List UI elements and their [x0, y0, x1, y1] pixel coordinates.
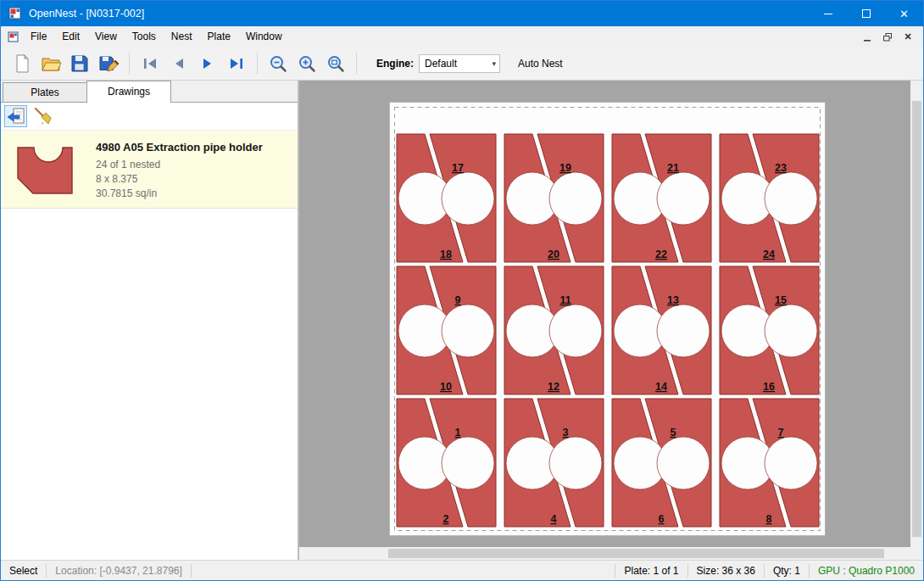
- nest-pair[interactable]: 910: [397, 266, 496, 394]
- menu-item-file[interactable]: File: [23, 26, 54, 47]
- engine-value: Default: [425, 58, 492, 70]
- nest-pair[interactable]: 1920: [504, 134, 604, 262]
- drawing-item-text: 4980 A05 Extraction pipe holder 24 of 1 …: [96, 137, 263, 201]
- pipe-hole: [765, 172, 817, 225]
- nest-pair[interactable]: 1112: [504, 266, 604, 394]
- part-number: 9: [455, 294, 461, 306]
- pipe-hole: [765, 437, 817, 489]
- menu-item-tools[interactable]: Tools: [125, 26, 164, 47]
- horizontal-scrollbar[interactable]: [299, 547, 910, 560]
- close-button[interactable]: ✕: [885, 1, 923, 26]
- open-folder-icon: [40, 53, 62, 75]
- maximize-button[interactable]: [847, 1, 885, 26]
- mdi-close-button[interactable]: ✕: [898, 29, 918, 46]
- pipe-hole: [765, 304, 817, 357]
- engine-select[interactable]: Default ▾: [419, 54, 500, 73]
- first-plate-button[interactable]: [136, 50, 164, 77]
- mdi-restore-button[interactable]: [877, 29, 898, 46]
- zoom-out-button[interactable]: [264, 50, 292, 77]
- drawing-size: 8 x 8.375: [96, 172, 263, 187]
- last-arrow-icon: [226, 53, 247, 74]
- nest-pair[interactable]: 2122: [612, 134, 711, 262]
- nest-pair[interactable]: 1516: [720, 266, 819, 394]
- part-number: 21: [667, 162, 679, 174]
- pipe-hole: [657, 437, 710, 489]
- minimize-button[interactable]: [809, 1, 847, 26]
- save-edit-button[interactable]: [94, 50, 123, 77]
- zoom-in-button[interactable]: [292, 50, 321, 77]
- zoom-out-icon: [268, 53, 288, 74]
- minimize-icon: [824, 14, 832, 14]
- zoom-fit-icon: [326, 53, 346, 74]
- mdi-close-icon: ✕: [904, 31, 911, 42]
- zoom-fit-button[interactable]: [321, 50, 350, 77]
- status-plate: Plate: 1 of 1: [615, 565, 687, 577]
- menu-item-nest[interactable]: Nest: [164, 26, 200, 47]
- menu-item-window[interactable]: Window: [238, 26, 290, 47]
- title-bar: OpenNest - [N0317-002] ✕: [1, 1, 923, 26]
- menu-item-edit[interactable]: Edit: [54, 26, 87, 47]
- status-bar: Select Location: [-0.9437, 21.8796] Plat…: [1, 560, 923, 580]
- vertical-scroll-thumb[interactable]: [912, 101, 921, 537]
- open-button[interactable]: [36, 50, 65, 77]
- part-number: 6: [659, 513, 665, 525]
- import-drawing-icon: [6, 106, 26, 126]
- nest-pair[interactable]: 34: [504, 399, 604, 527]
- nest-pair[interactable]: 78: [720, 399, 819, 527]
- engine-label: Engine:: [376, 58, 414, 70]
- auto-nest-button[interactable]: Auto Nest: [509, 53, 572, 74]
- tab-plates[interactable]: Plates: [3, 82, 87, 102]
- part-number: 15: [775, 294, 787, 306]
- toolbar-separator: [356, 53, 357, 75]
- part-number: 12: [548, 381, 559, 393]
- part-number: 19: [559, 162, 571, 174]
- part-number: 16: [763, 381, 775, 393]
- part-number: 23: [775, 162, 787, 174]
- drawing-nested-count: 24 of 1 nested: [96, 158, 263, 172]
- new-file-icon: [11, 53, 33, 75]
- nest-pair[interactable]: 1314: [612, 266, 711, 394]
- scrollbar-corner: [910, 547, 923, 560]
- save-button[interactable]: [65, 50, 94, 77]
- tab-drawings[interactable]: Drawings: [86, 81, 171, 103]
- pipe-hole: [657, 172, 710, 225]
- menu-item-view[interactable]: View: [87, 26, 125, 47]
- previous-arrow-icon: [169, 53, 189, 74]
- nest-pair[interactable]: 56: [612, 399, 711, 527]
- part-number: 18: [440, 249, 452, 260]
- tab-strip: Plates Drawings: [1, 81, 298, 103]
- window-title: OpenNest - [N0317-002]: [29, 8, 809, 20]
- next-plate-button[interactable]: [193, 50, 222, 77]
- import-drawing-button[interactable]: [4, 105, 27, 127]
- clear-drawings-button[interactable]: [31, 105, 53, 127]
- main-toolbar: Engine: Default ▾ Auto Nest: [1, 47, 923, 81]
- part-number: 3: [563, 427, 569, 439]
- part-thumbnail: [6, 137, 84, 200]
- nest-pair[interactable]: 12: [397, 399, 496, 527]
- last-plate-button[interactable]: [222, 50, 251, 77]
- pipe-hole: [442, 437, 494, 489]
- drawing-list-item[interactable]: 4980 A05 Extraction pipe holder 24 of 1 …: [1, 130, 298, 209]
- status-location: Location: [-0.9437, 21.8796]: [47, 565, 190, 577]
- part-number: 22: [655, 249, 667, 260]
- pipe-hole: [442, 304, 494, 357]
- nest-pair[interactable]: 1718: [397, 134, 496, 262]
- menu-item-plate[interactable]: Plate: [200, 26, 238, 47]
- save-edit-icon: [97, 53, 120, 75]
- mdi-minimize-icon: [862, 32, 872, 42]
- vertical-scrollbar[interactable]: [910, 81, 923, 547]
- app-icon: [8, 7, 22, 20]
- zoom-in-icon: [297, 53, 317, 74]
- new-button[interactable]: [8, 50, 36, 77]
- previous-plate-button[interactable]: [164, 50, 193, 77]
- drawing-area: 30.7815 sq/in: [96, 187, 263, 201]
- drawing-title: 4980 A05 Extraction pipe holder: [96, 141, 263, 154]
- mdi-window-buttons: ✕: [857, 29, 923, 46]
- nest-pair[interactable]: 2324: [720, 134, 819, 262]
- mdi-minimize-button[interactable]: [857, 29, 877, 46]
- part-number: 4: [551, 513, 557, 525]
- mdi-child-icon: [8, 31, 19, 43]
- horizontal-scroll-thumb[interactable]: [388, 549, 884, 558]
- nest-canvas[interactable]: 171819202122232491011121314151612345678: [299, 81, 923, 560]
- pipe-hole: [549, 437, 602, 489]
